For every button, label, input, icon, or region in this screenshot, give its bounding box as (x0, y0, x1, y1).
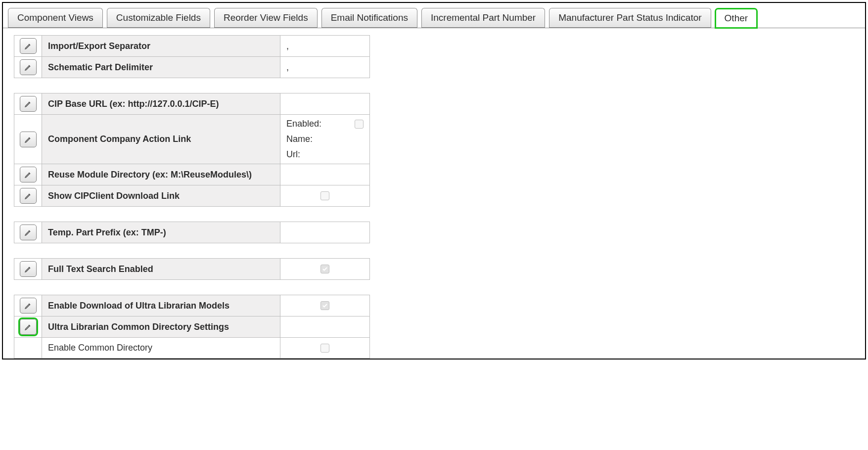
tab-manufacturer-part-status-indicator[interactable]: Manufacturer Part Status Indicator (549, 8, 711, 28)
setting-label: Temp. Part Prefix (ex: TMP-) (42, 222, 280, 243)
tab-label: Incremental Part Number (431, 12, 536, 23)
tab-email-notifications[interactable]: Email Notifications (321, 8, 417, 28)
settings-group-fulltext: Full Text Search Enabled (14, 258, 370, 280)
name-label: Name: (286, 134, 313, 144)
tab-label: Reorder View Fields (224, 12, 308, 23)
setting-value (280, 316, 369, 337)
fulltext-checkbox[interactable] (320, 265, 329, 273)
pencil-icon (24, 171, 32, 179)
edit-cell (14, 295, 42, 316)
tab-customizable-fields[interactable]: Customizable Fields (107, 8, 210, 28)
pencil-icon (24, 302, 32, 310)
setting-value (280, 259, 369, 279)
tab-other[interactable]: Other (715, 8, 758, 28)
setting-label: Enable Common Directory (42, 338, 280, 358)
edit-cell (14, 222, 42, 243)
row-enable-ul-download: Enable Download of Ultra Librarian Model… (14, 295, 369, 316)
edit-button[interactable] (20, 319, 37, 335)
tab-label: Component Views (17, 12, 93, 23)
tab-label: Customizable Fields (116, 12, 201, 23)
edit-button[interactable] (20, 298, 37, 314)
setting-label: Import/Export Separator (42, 36, 280, 56)
setting-label: Enable Download of Ultra Librarian Model… (42, 295, 280, 316)
tab-incremental-part-number[interactable]: Incremental Part Number (421, 8, 545, 28)
edit-cell (14, 316, 42, 337)
tab-label: Manufacturer Part Status Indicator (558, 12, 701, 23)
edit-button[interactable] (20, 261, 37, 277)
setting-label: Full Text Search Enabled (42, 259, 280, 279)
edit-cell (14, 338, 42, 358)
row-temp-part-prefix: Temp. Part Prefix (ex: TMP-) (14, 222, 369, 243)
row-enable-common-directory: Enable Common Directory (14, 338, 369, 359)
setting-label: Reuse Module Directory (ex: M:\ReuseModu… (42, 164, 280, 185)
setting-value (280, 93, 369, 114)
setting-value (280, 222, 369, 243)
tab-component-views[interactable]: Component Views (8, 8, 103, 28)
setting-label: Show CIPClient Download Link (42, 185, 280, 206)
ul-download-checkbox[interactable] (320, 301, 329, 310)
edit-button[interactable] (20, 132, 37, 147)
row-reuse-module-directory: Reuse Module Directory (ex: M:\ReuseModu… (14, 164, 369, 185)
edit-cell (14, 115, 42, 164)
settings-group-ultra-librarian: Enable Download of Ultra Librarian Model… (14, 295, 370, 359)
edit-button[interactable] (20, 225, 37, 240)
setting-value: , (280, 57, 369, 78)
setting-value (280, 185, 369, 206)
url-label: Url: (286, 149, 300, 160)
row-cip-base-url: CIP Base URL (ex: http://127.0.0.1/CIP-E… (14, 93, 369, 115)
tab-content-other: Import/Export Separator , Schematic Part… (3, 28, 865, 359)
setting-value (280, 338, 369, 358)
settings-group-separator: Import/Export Separator , Schematic Part… (14, 35, 370, 78)
check-icon (322, 266, 328, 272)
setting-value: Enabled: Name: Url: (280, 115, 369, 164)
row-ul-common-directory-settings: Ultra Librarian Common Directory Setting… (14, 316, 369, 338)
row-component-company-action-link: Component Company Action Link Enabled: N… (14, 115, 369, 164)
edit-cell (14, 185, 42, 206)
row-full-text-search-enabled: Full Text Search Enabled (14, 259, 369, 280)
edit-cell (14, 259, 42, 279)
pencil-icon (24, 323, 32, 331)
setting-label: Ultra Librarian Common Directory Setting… (42, 316, 280, 337)
setting-value (280, 295, 369, 316)
edit-button[interactable] (20, 38, 37, 54)
settings-group-cip: CIP Base URL (ex: http://127.0.0.1/CIP-E… (14, 93, 370, 207)
pencil-icon (24, 135, 32, 143)
enabled-checkbox[interactable] (355, 120, 364, 129)
setting-value (280, 164, 369, 185)
pencil-icon (24, 228, 32, 236)
edit-cell (14, 57, 42, 78)
edit-button[interactable] (20, 96, 37, 112)
pencil-icon (24, 265, 32, 273)
edit-cell (14, 93, 42, 114)
tab-reorder-view-fields[interactable]: Reorder View Fields (214, 8, 318, 28)
tab-bar: Component Views Customizable Fields Reor… (3, 3, 865, 28)
check-icon (322, 303, 328, 309)
pencil-icon (24, 42, 32, 50)
edit-button[interactable] (20, 59, 37, 75)
edit-button[interactable] (20, 167, 37, 182)
edit-cell (14, 164, 42, 185)
pencil-icon (24, 192, 32, 200)
edit-button[interactable] (20, 188, 37, 204)
common-directory-checkbox[interactable] (320, 344, 329, 353)
setting-value: , (280, 36, 369, 56)
setting-label: Schematic Part Delimiter (42, 57, 280, 78)
edit-cell (14, 36, 42, 56)
row-schematic-part-delimiter: Schematic Part Delimiter , (14, 57, 369, 78)
row-show-cipclient-download-link: Show CIPClient Download Link (14, 185, 369, 207)
settings-group-temp-part: Temp. Part Prefix (ex: TMP-) (14, 222, 370, 243)
pencil-icon (24, 100, 32, 108)
enabled-label: Enabled: (286, 119, 321, 129)
settings-panel: Component Views Customizable Fields Reor… (2, 2, 866, 360)
tab-label: Email Notifications (331, 12, 408, 23)
setting-label: Component Company Action Link (42, 115, 280, 164)
download-link-checkbox[interactable] (320, 191, 329, 200)
setting-label: CIP Base URL (ex: http://127.0.0.1/CIP-E… (42, 93, 280, 114)
pencil-icon (24, 63, 32, 71)
row-import-export-separator: Import/Export Separator , (14, 36, 369, 57)
tab-label: Other (725, 13, 748, 23)
